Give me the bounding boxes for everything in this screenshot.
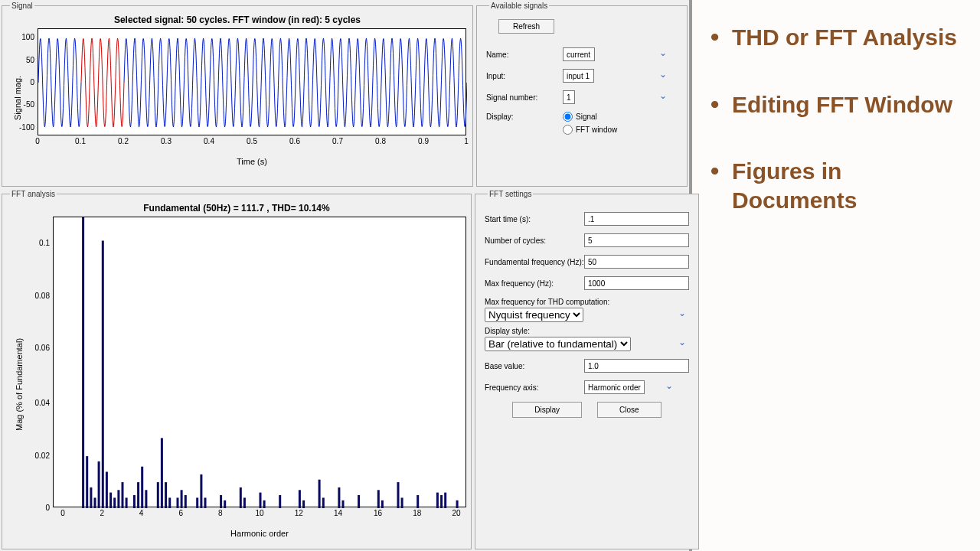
svg-rect-3 [94,497,96,508]
svg-rect-37 [338,487,340,508]
display-fft-text: FFT window [576,126,617,134]
fund-freq-label: Fundamental frequency (Hz): [485,258,584,266]
input-label: Input: [486,72,563,80]
name-label: Name: [486,51,563,59]
svg-rect-20 [177,497,179,508]
start-time-input[interactable] [584,212,689,226]
max-freq-label: Max frequency (Hz): [485,279,584,288]
svg-rect-14 [141,467,143,508]
signalnum-label: Signal number: [486,93,563,102]
freq-axis-select[interactable]: Harmonic order [584,380,645,394]
max-freq-thd-select[interactable]: Nyquist frequency [485,308,583,322]
svg-rect-11 [126,497,128,508]
svg-rect-25 [204,497,207,508]
svg-rect-28 [240,487,242,508]
svg-rect-45 [436,493,439,508]
svg-rect-42 [397,482,400,508]
freq-axis-label: Frequency axis: [485,383,584,392]
signal-xlabel: Time (s) [38,157,466,166]
signal-waveform [38,29,467,136]
svg-rect-29 [243,497,246,508]
fft-plot-area [53,217,466,507]
svg-rect-44 [416,495,419,508]
svg-rect-21 [181,490,183,508]
svg-rect-4 [98,461,100,508]
svg-rect-2 [90,487,92,508]
slide-notes: THD or FFT Analysis Editing FFT Window F… [689,0,980,551]
svg-rect-47 [444,493,446,508]
close-button[interactable]: Close [597,402,662,418]
fft-yticks: 0.1 0.08 0.06 0.04 0.02 0 [7,217,53,507]
settings-legend: FFT settings [488,190,533,198]
display-signal-text: Signal [576,112,597,121]
cycles-input[interactable] [584,233,689,247]
fft-legend: FFT analysis [10,190,57,198]
svg-rect-15 [145,490,147,508]
fft-analysis-panel: FFT analysis Fundamental (50Hz) = 111.7 … [2,190,472,549]
display-signal-radio[interactable] [563,112,573,122]
base-value-input[interactable] [584,359,689,373]
display-style-select[interactable]: Bar (relative to fundamental) [485,337,631,351]
signal-yticks: 100 50 0 -50 -100 [7,28,38,135]
svg-rect-12 [133,495,136,508]
svg-rect-32 [279,495,281,508]
fft-xticks: 0 2 4 6 8 10 12 14 16 18 20 [53,507,466,518]
svg-rect-13 [137,482,139,508]
signalnum-select[interactable]: 1 [563,90,575,104]
svg-rect-33 [299,490,301,508]
svg-rect-16 [157,482,159,508]
name-select[interactable]: current [563,47,595,61]
start-time-label: Start time (s): [485,215,584,223]
svg-rect-5 [102,241,104,509]
bullet-3: Figures in Documents [710,157,965,214]
max-freq-thd-label: Max frequency for THD computation: [485,298,689,306]
signal-xticks: 0 0.1 0.2 0.3 0.4 0.5 0.6 0.7 0.8 0.9 1 [38,135,466,146]
max-freq-input[interactable] [584,276,689,290]
svg-rect-39 [358,495,360,508]
signal-panel: Signal Selected signal: 50 cycles. FFT w… [2,2,473,187]
svg-rect-19 [168,497,171,508]
base-value-label: Base value: [485,362,584,370]
svg-rect-17 [161,438,163,508]
bullet-1: THD or FFT Analysis [710,23,965,52]
svg-rect-43 [401,497,403,508]
fft-settings-panel: FFT settings Start time (s): Number of c… [475,190,699,549]
fund-freq-input[interactable] [584,255,689,269]
svg-rect-46 [440,495,443,508]
display-button[interactable]: Display [512,402,582,418]
svg-rect-22 [185,495,187,508]
refresh-button[interactable]: Refresh [498,19,554,34]
input-select[interactable]: input 1 [563,69,594,83]
svg-rect-9 [117,490,119,508]
available-signals-panel: Available signals Refresh Name: current … [476,2,688,187]
svg-rect-23 [196,497,198,508]
signal-legend: Signal [10,2,34,10]
svg-rect-40 [377,490,380,508]
svg-rect-7 [109,493,112,508]
svg-rect-35 [318,480,321,508]
svg-rect-1 [86,456,88,508]
svg-rect-8 [113,497,116,508]
powergui-fft-tool: Signal Selected signal: 50 cycles. FFT w… [0,0,689,551]
svg-rect-0 [82,217,84,508]
cycles-label: Number of cycles: [485,236,584,245]
svg-rect-6 [106,472,108,509]
svg-rect-18 [165,482,167,508]
fft-title: Fundamental (50Hz) = 111.7 , THD= 10.14% [7,203,466,214]
svg-rect-24 [200,474,202,508]
fft-xlabel: Harmonic order [53,529,466,538]
display-label: Display: [486,112,563,121]
available-legend: Available signals [489,2,549,10]
svg-rect-26 [220,495,222,508]
bullet-2: Editing FFT Window [710,90,965,119]
fft-bars [54,217,467,508]
svg-rect-36 [322,497,325,508]
signal-title: Selected signal: 50 cycles. FFT window (… [7,15,468,25]
svg-rect-10 [122,482,124,508]
display-style-label: Display style: [485,327,689,335]
signal-plot-area [38,28,466,135]
svg-rect-30 [260,493,262,508]
display-fft-radio[interactable] [563,125,573,135]
